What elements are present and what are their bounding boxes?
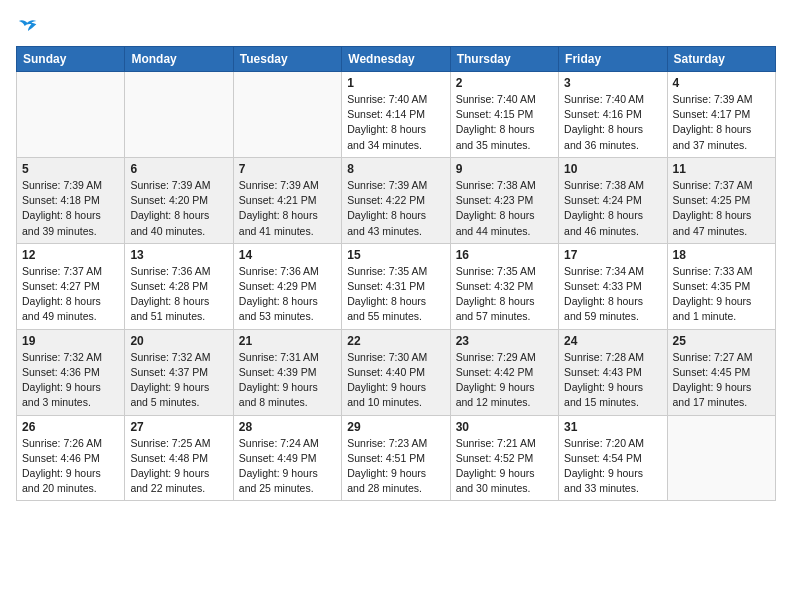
day-info: Sunrise: 7:38 AM Sunset: 4:23 PM Dayligh… — [456, 178, 553, 239]
calendar-cell: 13Sunrise: 7:36 AM Sunset: 4:28 PM Dayli… — [125, 243, 233, 329]
day-number: 21 — [239, 334, 336, 348]
day-info: Sunrise: 7:35 AM Sunset: 4:32 PM Dayligh… — [456, 264, 553, 325]
day-info: Sunrise: 7:23 AM Sunset: 4:51 PM Dayligh… — [347, 436, 444, 497]
day-info: Sunrise: 7:36 AM Sunset: 4:28 PM Dayligh… — [130, 264, 227, 325]
calendar-cell: 30Sunrise: 7:21 AM Sunset: 4:52 PM Dayli… — [450, 415, 558, 501]
calendar-week-row: 5Sunrise: 7:39 AM Sunset: 4:18 PM Daylig… — [17, 157, 776, 243]
day-info: Sunrise: 7:33 AM Sunset: 4:35 PM Dayligh… — [673, 264, 770, 325]
day-number: 28 — [239, 420, 336, 434]
day-info: Sunrise: 7:39 AM Sunset: 4:18 PM Dayligh… — [22, 178, 119, 239]
calendar-cell: 20Sunrise: 7:32 AM Sunset: 4:37 PM Dayli… — [125, 329, 233, 415]
day-info: Sunrise: 7:38 AM Sunset: 4:24 PM Dayligh… — [564, 178, 661, 239]
logo-bird-icon — [18, 16, 38, 36]
calendar-week-row: 19Sunrise: 7:32 AM Sunset: 4:36 PM Dayli… — [17, 329, 776, 415]
day-number: 27 — [130, 420, 227, 434]
day-info: Sunrise: 7:35 AM Sunset: 4:31 PM Dayligh… — [347, 264, 444, 325]
day-number: 20 — [130, 334, 227, 348]
calendar-cell: 8Sunrise: 7:39 AM Sunset: 4:22 PM Daylig… — [342, 157, 450, 243]
calendar-cell: 26Sunrise: 7:26 AM Sunset: 4:46 PM Dayli… — [17, 415, 125, 501]
calendar-cell — [17, 72, 125, 158]
calendar-cell: 15Sunrise: 7:35 AM Sunset: 4:31 PM Dayli… — [342, 243, 450, 329]
calendar-week-row: 1Sunrise: 7:40 AM Sunset: 4:14 PM Daylig… — [17, 72, 776, 158]
calendar-header-row: SundayMondayTuesdayWednesdayThursdayFrid… — [17, 47, 776, 72]
logo — [16, 16, 38, 36]
day-info: Sunrise: 7:27 AM Sunset: 4:45 PM Dayligh… — [673, 350, 770, 411]
day-info: Sunrise: 7:25 AM Sunset: 4:48 PM Dayligh… — [130, 436, 227, 497]
calendar-cell: 9Sunrise: 7:38 AM Sunset: 4:23 PM Daylig… — [450, 157, 558, 243]
day-number: 14 — [239, 248, 336, 262]
calendar-week-row: 12Sunrise: 7:37 AM Sunset: 4:27 PM Dayli… — [17, 243, 776, 329]
day-number: 8 — [347, 162, 444, 176]
page-header — [16, 16, 776, 36]
day-number: 17 — [564, 248, 661, 262]
day-info: Sunrise: 7:20 AM Sunset: 4:54 PM Dayligh… — [564, 436, 661, 497]
calendar-cell: 2Sunrise: 7:40 AM Sunset: 4:15 PM Daylig… — [450, 72, 558, 158]
day-info: Sunrise: 7:40 AM Sunset: 4:15 PM Dayligh… — [456, 92, 553, 153]
day-info: Sunrise: 7:26 AM Sunset: 4:46 PM Dayligh… — [22, 436, 119, 497]
day-number: 26 — [22, 420, 119, 434]
day-number: 9 — [456, 162, 553, 176]
calendar-cell: 5Sunrise: 7:39 AM Sunset: 4:18 PM Daylig… — [17, 157, 125, 243]
day-info: Sunrise: 7:39 AM Sunset: 4:20 PM Dayligh… — [130, 178, 227, 239]
header-saturday: Saturday — [667, 47, 775, 72]
day-info: Sunrise: 7:34 AM Sunset: 4:33 PM Dayligh… — [564, 264, 661, 325]
day-number: 1 — [347, 76, 444, 90]
day-number: 30 — [456, 420, 553, 434]
day-info: Sunrise: 7:37 AM Sunset: 4:27 PM Dayligh… — [22, 264, 119, 325]
header-sunday: Sunday — [17, 47, 125, 72]
day-number: 31 — [564, 420, 661, 434]
calendar-cell: 21Sunrise: 7:31 AM Sunset: 4:39 PM Dayli… — [233, 329, 341, 415]
day-info: Sunrise: 7:39 AM Sunset: 4:17 PM Dayligh… — [673, 92, 770, 153]
calendar-cell: 28Sunrise: 7:24 AM Sunset: 4:49 PM Dayli… — [233, 415, 341, 501]
day-number: 10 — [564, 162, 661, 176]
day-number: 16 — [456, 248, 553, 262]
day-number: 15 — [347, 248, 444, 262]
calendar-cell: 19Sunrise: 7:32 AM Sunset: 4:36 PM Dayli… — [17, 329, 125, 415]
header-monday: Monday — [125, 47, 233, 72]
calendar-cell: 22Sunrise: 7:30 AM Sunset: 4:40 PM Dayli… — [342, 329, 450, 415]
header-thursday: Thursday — [450, 47, 558, 72]
day-info: Sunrise: 7:28 AM Sunset: 4:43 PM Dayligh… — [564, 350, 661, 411]
day-info: Sunrise: 7:32 AM Sunset: 4:36 PM Dayligh… — [22, 350, 119, 411]
calendar-cell: 25Sunrise: 7:27 AM Sunset: 4:45 PM Dayli… — [667, 329, 775, 415]
day-number: 25 — [673, 334, 770, 348]
day-number: 24 — [564, 334, 661, 348]
calendar-cell — [667, 415, 775, 501]
day-number: 2 — [456, 76, 553, 90]
calendar-cell: 10Sunrise: 7:38 AM Sunset: 4:24 PM Dayli… — [559, 157, 667, 243]
calendar-cell: 27Sunrise: 7:25 AM Sunset: 4:48 PM Dayli… — [125, 415, 233, 501]
calendar-cell: 17Sunrise: 7:34 AM Sunset: 4:33 PM Dayli… — [559, 243, 667, 329]
calendar-cell: 23Sunrise: 7:29 AM Sunset: 4:42 PM Dayli… — [450, 329, 558, 415]
calendar-cell: 4Sunrise: 7:39 AM Sunset: 4:17 PM Daylig… — [667, 72, 775, 158]
day-info: Sunrise: 7:24 AM Sunset: 4:49 PM Dayligh… — [239, 436, 336, 497]
calendar-cell: 16Sunrise: 7:35 AM Sunset: 4:32 PM Dayli… — [450, 243, 558, 329]
day-number: 3 — [564, 76, 661, 90]
header-tuesday: Tuesday — [233, 47, 341, 72]
day-info: Sunrise: 7:21 AM Sunset: 4:52 PM Dayligh… — [456, 436, 553, 497]
day-info: Sunrise: 7:39 AM Sunset: 4:21 PM Dayligh… — [239, 178, 336, 239]
day-info: Sunrise: 7:31 AM Sunset: 4:39 PM Dayligh… — [239, 350, 336, 411]
day-number: 11 — [673, 162, 770, 176]
calendar-week-row: 26Sunrise: 7:26 AM Sunset: 4:46 PM Dayli… — [17, 415, 776, 501]
day-info: Sunrise: 7:32 AM Sunset: 4:37 PM Dayligh… — [130, 350, 227, 411]
calendar-cell: 3Sunrise: 7:40 AM Sunset: 4:16 PM Daylig… — [559, 72, 667, 158]
calendar-cell: 29Sunrise: 7:23 AM Sunset: 4:51 PM Dayli… — [342, 415, 450, 501]
day-info: Sunrise: 7:30 AM Sunset: 4:40 PM Dayligh… — [347, 350, 444, 411]
calendar-cell: 1Sunrise: 7:40 AM Sunset: 4:14 PM Daylig… — [342, 72, 450, 158]
day-info: Sunrise: 7:36 AM Sunset: 4:29 PM Dayligh… — [239, 264, 336, 325]
day-number: 5 — [22, 162, 119, 176]
header-friday: Friday — [559, 47, 667, 72]
day-number: 23 — [456, 334, 553, 348]
day-number: 13 — [130, 248, 227, 262]
day-info: Sunrise: 7:29 AM Sunset: 4:42 PM Dayligh… — [456, 350, 553, 411]
calendar-cell: 31Sunrise: 7:20 AM Sunset: 4:54 PM Dayli… — [559, 415, 667, 501]
day-info: Sunrise: 7:39 AM Sunset: 4:22 PM Dayligh… — [347, 178, 444, 239]
day-number: 29 — [347, 420, 444, 434]
day-info: Sunrise: 7:37 AM Sunset: 4:25 PM Dayligh… — [673, 178, 770, 239]
calendar-cell — [125, 72, 233, 158]
calendar-cell — [233, 72, 341, 158]
day-number: 6 — [130, 162, 227, 176]
calendar-cell: 12Sunrise: 7:37 AM Sunset: 4:27 PM Dayli… — [17, 243, 125, 329]
day-info: Sunrise: 7:40 AM Sunset: 4:16 PM Dayligh… — [564, 92, 661, 153]
calendar-cell: 6Sunrise: 7:39 AM Sunset: 4:20 PM Daylig… — [125, 157, 233, 243]
